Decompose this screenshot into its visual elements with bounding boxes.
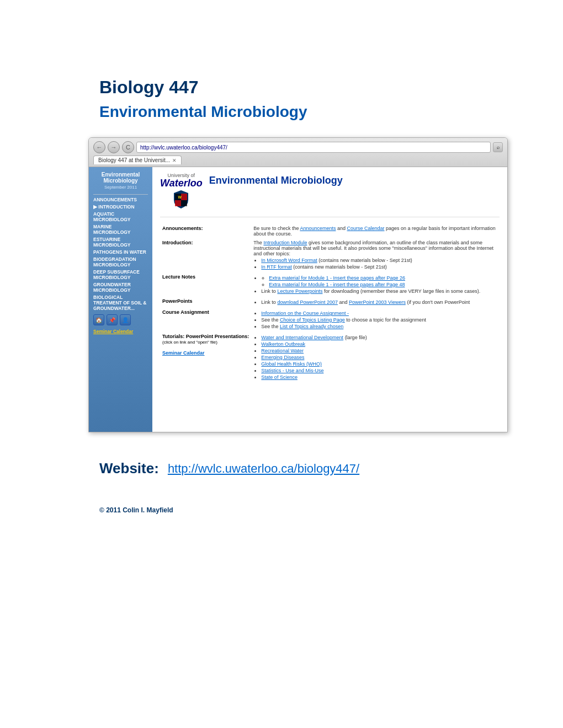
copyright-section: © 2011 Colin I. Mayfield bbox=[99, 505, 530, 515]
tutorials-label: Tutorials: PowerPoint Presentations: (cl… bbox=[160, 332, 251, 383]
lecture-notes-bullet: Extra material for Module 1 - Insert the… bbox=[261, 275, 497, 287]
site-header: University of Waterloo W Environmental bbox=[160, 173, 500, 217]
sidebar-divider-1 bbox=[93, 194, 148, 195]
assignment-bullets: Information on the Course Assignment - S… bbox=[253, 311, 497, 329]
main-title: Biology 447 bbox=[99, 77, 530, 98]
tutorial-global-link[interactable]: Global Health Risks (WHO) bbox=[261, 361, 322, 367]
browser-window: ← → C http://wvlc.uwaterloo.ca/biology44… bbox=[88, 137, 508, 432]
tutorial-emerging-link[interactable]: Emerging Diseases bbox=[261, 355, 304, 360]
assignment-bullet-1: Information on the Course Assignment - bbox=[261, 311, 497, 316]
sidebar-item-aquatic[interactable]: AQUATIC MICROBIOLOGY bbox=[93, 211, 148, 222]
sidebar-item-groundwater[interactable]: GROUNDWATER MICROBIOLOGY bbox=[93, 282, 148, 293]
introduction-label: Introduction: bbox=[160, 238, 251, 272]
announcements-link[interactable]: Announcements bbox=[300, 226, 336, 231]
lecture-powerpoints-link[interactable]: Lecture Powerpoints bbox=[277, 288, 322, 294]
assignment-label: Course Assignment bbox=[160, 308, 251, 332]
sidebar-item-pathogens[interactable]: PATHOGENS IN WATER bbox=[93, 249, 148, 255]
back-button[interactable]: ← bbox=[93, 141, 105, 153]
main-content-area: University of Waterloo W Environmental bbox=[152, 167, 507, 432]
website-section: Website: http://wvlc.uwaterloo.ca/biolog… bbox=[99, 460, 530, 477]
tutorials-note: (click on link and "open" file) bbox=[162, 340, 217, 345]
browser-tabs: Biology 447 at the Universit... ✕ bbox=[93, 156, 503, 164]
intro-bullet-2: In RTF format (contains new materials be… bbox=[261, 264, 497, 270]
tutorial-recreational-link[interactable]: Recreational Water bbox=[261, 348, 304, 354]
tutorial-5: Global Health Risks (WHO) bbox=[261, 361, 497, 367]
sidebar-item-estuarine[interactable]: ESTUARINE MICROBIOLOGY bbox=[93, 237, 148, 248]
tutorial-stats-link[interactable]: Statistics - Use and Mis-Use bbox=[261, 368, 323, 373]
svg-rect-3 bbox=[181, 200, 187, 206]
lecture-sub-bullets: Extra material for Module 1 - Insert the… bbox=[261, 275, 497, 287]
intro-bullet-1: In Microsoft Word Format (contains new m… bbox=[261, 258, 497, 263]
lecture-sub-2: Extra material for Module 1 - insert the… bbox=[269, 282, 497, 287]
site-content: Environmental Microbiology September 201… bbox=[89, 167, 507, 432]
sidebar-seminar-calendar[interactable]: Seminar Calendar bbox=[93, 329, 133, 334]
sidebar-item-deep[interactable]: DEEP SUBSURFACE MICROBIOLOGY bbox=[93, 269, 148, 280]
tutorials-content: Water and International Development (lar… bbox=[251, 332, 500, 383]
copyright-text: © 2011 Colin I. Mayfield bbox=[99, 506, 173, 514]
main-subtitle: Environmental Microbiology bbox=[99, 103, 530, 121]
sidebar-icon-bookmark[interactable]: 📌 bbox=[107, 314, 118, 325]
sidebar-item-introduction[interactable]: ▶ INTRODUCTION bbox=[93, 204, 148, 210]
rtf-format-link[interactable]: In RTF format bbox=[261, 264, 291, 270]
tutorial-1: Water and International Development (lar… bbox=[261, 335, 497, 340]
sidebar-date: September 2011 bbox=[93, 185, 148, 190]
tutorial-4: Emerging Diseases bbox=[261, 355, 497, 360]
browser-chrome: ← → C http://wvlc.uwaterloo.ca/biology44… bbox=[89, 138, 507, 167]
assignment-row: Course Assignment Information on the Cou… bbox=[160, 308, 500, 332]
tutorial-walkerton-link[interactable]: Walkerton Outbreak bbox=[261, 341, 305, 347]
svg-text:W: W bbox=[178, 195, 182, 199]
lecture-sub-1: Extra material for Module 1 - Insert the… bbox=[269, 275, 497, 281]
sidebar-icon-home[interactable]: 🏠 bbox=[93, 314, 104, 325]
address-bar[interactable]: http://wvlc.uwaterloo.ca/biology447/ bbox=[136, 142, 491, 153]
intro-module-link[interactable]: Introduction Module bbox=[263, 240, 307, 245]
refresh-button[interactable]: C bbox=[122, 141, 134, 153]
active-tab[interactable]: Biology 447 at the Universit... ✕ bbox=[93, 156, 182, 164]
tutorials-row: Tutorials: PowerPoint Presentations: (cl… bbox=[160, 332, 500, 383]
sidebar-item-announcements[interactable]: ANNOUNCEMENTS bbox=[93, 197, 148, 202]
waterloo-shield: W bbox=[173, 189, 189, 209]
powerpoints-bullets: Link to download PowerPoint 2007 and Pow… bbox=[253, 299, 497, 305]
powerpoints-row: PowerPoints Link to download PowerPoint … bbox=[160, 297, 500, 308]
search-icon[interactable]: ⌕ bbox=[493, 142, 503, 152]
introduction-row: Introduction: The Introduction Module gi… bbox=[160, 238, 500, 272]
site-heading: Environmental Microbiology bbox=[209, 175, 343, 186]
word-format-link[interactable]: In Microsoft Word Format bbox=[261, 258, 317, 263]
topics-chosen-link[interactable]: List of Topics already chosen bbox=[280, 324, 343, 329]
tutorial-2: Walkerton Outbreak bbox=[261, 341, 497, 347]
ppt2007-link[interactable]: download PowerPoint 2007 bbox=[277, 299, 338, 305]
waterloo-name: Waterloo bbox=[160, 178, 203, 188]
tutorial-water-link[interactable]: Water and International Development bbox=[261, 335, 343, 340]
lecture-notes-row: Lecture Notes Extra material for Module … bbox=[160, 272, 500, 297]
tutorial-state-link[interactable]: State of Science bbox=[261, 374, 298, 380]
topics-listing-link[interactable]: Choice of Topics Listing Page bbox=[280, 317, 345, 323]
sidebar-item-biological[interactable]: BIOLOGICAL TREATMENT OF SOIL & GROUNDWAT… bbox=[93, 295, 148, 311]
lecture-notes-content: Extra material for Module 1 - Insert the… bbox=[251, 272, 500, 297]
sidebar-icons: 🏠 📌 👤 bbox=[93, 314, 148, 325]
seminar-calendar-link[interactable]: Seminar Calendar bbox=[162, 350, 205, 356]
ppt2003-link[interactable]: PowerPoint 2003 Viewers bbox=[349, 299, 406, 305]
extra-material-1-link[interactable]: Extra material for Module 1 - Insert the… bbox=[269, 275, 405, 281]
lecture-powerpoints-item: Link to Lecture Powerpoints for download… bbox=[261, 288, 497, 294]
powerpoints-label: PowerPoints bbox=[160, 297, 251, 308]
assignment-info-link[interactable]: Information on the Course Assignment - bbox=[261, 311, 349, 316]
website-label: Website: bbox=[99, 460, 159, 477]
svg-rect-1 bbox=[181, 194, 187, 200]
course-calendar-link[interactable]: Course Calendar bbox=[347, 226, 385, 231]
introduction-content: The Introduction Module gives some backg… bbox=[251, 238, 500, 272]
sidebar-item-biodegradation[interactable]: BIODEGRADATION MICROBIOLOGY bbox=[93, 256, 148, 267]
sidebar-course-name: Environmental Microbiology bbox=[93, 172, 148, 184]
website-url[interactable]: http://wvlc.uwaterloo.ca/biology447/ bbox=[168, 462, 359, 476]
address-url: http://wvlc.uwaterloo.ca/biology447/ bbox=[140, 144, 227, 151]
powerpoints-content: Link to download PowerPoint 2007 and Pow… bbox=[251, 297, 500, 308]
forward-button[interactable]: → bbox=[108, 141, 120, 153]
tutorials-label-text: Tutorials: PowerPoint Presentations: bbox=[162, 334, 249, 339]
extra-material-2-link[interactable]: Extra material for Module 1 - insert the… bbox=[269, 282, 405, 287]
lecture-notes-label: Lecture Notes bbox=[160, 272, 251, 297]
intro-bullets: In Microsoft Word Format (contains new m… bbox=[253, 258, 497, 270]
tutorials-bullets: Water and International Development (lar… bbox=[253, 335, 497, 380]
tab-close-icon[interactable]: ✕ bbox=[172, 158, 177, 163]
sidebar-item-marine[interactable]: MARINE MICROBIOLOGY bbox=[93, 224, 148, 235]
assignment-bullet-2: See the Choice of Topics Listing Page to… bbox=[261, 317, 497, 323]
sidebar-icon-person[interactable]: 👤 bbox=[120, 314, 131, 325]
assignment-content: Information on the Course Assignment - S… bbox=[251, 308, 500, 332]
